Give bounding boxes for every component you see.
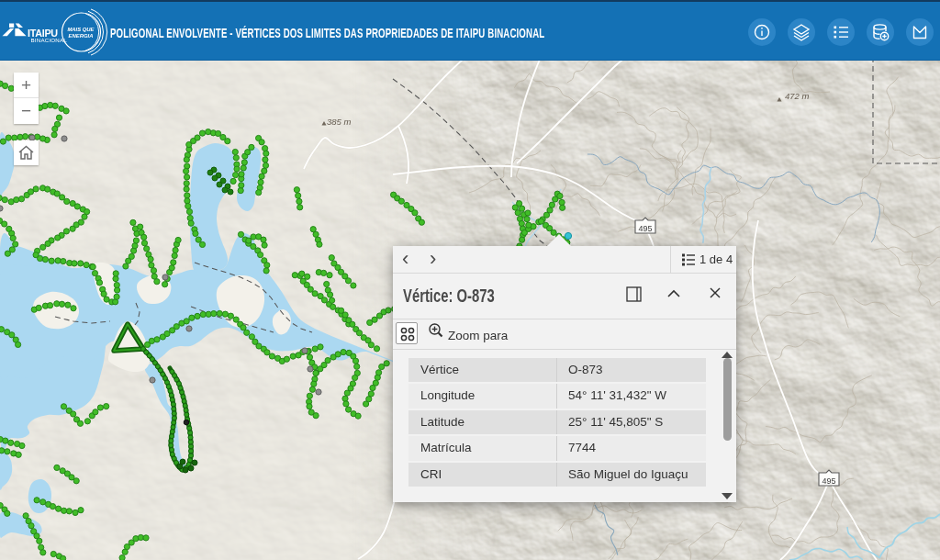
svg-text:385 m: 385 m <box>327 117 351 127</box>
svg-text:BINACIONAL: BINACIONAL <box>31 37 68 43</box>
svg-text:MAIS QUE: MAIS QUE <box>67 27 95 32</box>
svg-text:495: 495 <box>638 224 652 233</box>
svg-text:495: 495 <box>822 476 835 486</box>
svg-text:472 m: 472 m <box>785 91 809 101</box>
svg-text:ENERGIA: ENERGIA <box>69 33 94 39</box>
